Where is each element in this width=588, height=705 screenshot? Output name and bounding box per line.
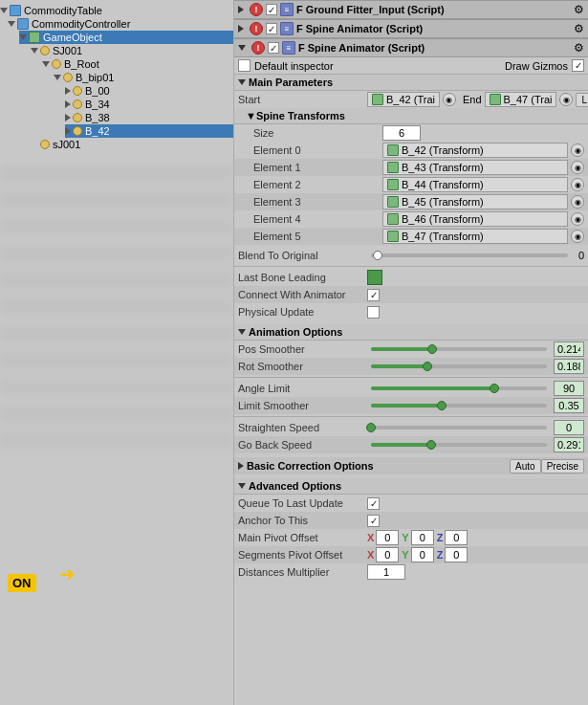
default-inspector-checkbox[interactable] [238,59,250,72]
blend-slider[interactable] [371,253,568,257]
tree-item-sj001[interactable]: SJ001 [31,44,233,57]
blend-thumb[interactable] [373,251,382,260]
rot-smoother-slider[interactable] [371,364,547,368]
go-back-speed-thumb[interactable] [426,440,436,450]
limit-smoother-thumb[interactable] [437,401,446,410]
angle-limit-input[interactable] [554,381,584,396]
rot-smoother-input[interactable] [554,359,584,374]
default-inspector-label: Default inspector [254,60,334,72]
expand-arrow [0,8,8,13]
element-picker-5[interactable]: ◉ [571,230,584,243]
auto-button[interactable]: Auto [510,459,541,474]
pos-smoother-input[interactable] [554,341,584,357]
last-bone-checkbox[interactable] [367,270,382,285]
straighten-speed-slider[interactable] [371,426,547,430]
element-picker-3[interactable]: ◉ [571,195,584,209]
start-field[interactable]: B_42 (Trai [367,92,440,107]
queue-last-update-checkbox[interactable] [367,497,380,510]
element-row-1: Element 1 B_43 (Transform) ◉ [234,159,588,176]
straighten-speed-label: Straighten Speed [238,422,367,433]
component-enable-checkbox[interactable] [268,42,279,54]
blend-label: Blend To Original [238,250,367,261]
draw-gizmos-checkbox[interactable] [572,59,584,72]
tree-item-commodity-table[interactable]: CommodityTable [0,4,233,17]
main-pivot-z[interactable] [445,530,468,545]
segments-pivot-z[interactable] [445,547,468,562]
gear-icon[interactable]: ⚙ [574,22,584,35]
spine-transforms-header[interactable]: ▼ Spine Transforms [234,108,588,124]
tree-item-sj001b[interactable]: sJ001 [31,138,233,151]
anchor-to-this-checkbox[interactable] [367,515,380,527]
tree-item-commodity-controller[interactable]: CommodityController [8,17,233,31]
limit-smoother-slider[interactable] [371,404,547,408]
go-back-speed-input[interactable] [554,437,584,452]
advanced-options-header[interactable]: Advanced Options [234,478,588,495]
tree-item-b-00[interactable]: B_00 [65,84,233,98]
element-picker-2[interactable]: ◉ [571,178,584,191]
gear-icon[interactable]: ⚙ [574,41,584,55]
component-enable-checkbox[interactable] [266,4,277,15]
pos-smoother-thumb[interactable] [427,344,437,354]
tree-item-game-object[interactable]: GameObject [19,31,233,44]
element-field-5[interactable]: B_47 (Transform) [382,229,568,244]
blend-value: 0 [578,250,584,261]
tree-label: sJ001 [53,139,80,150]
component-enable-checkbox[interactable] [266,23,277,34]
expand-arrow [8,21,15,27]
gear-icon[interactable]: ⚙ [574,3,584,16]
element-picker-4[interactable]: ◉ [571,212,584,226]
precise-button[interactable]: Precise [541,459,584,474]
element-label-4: Element 4 [253,213,382,225]
end-picker-button[interactable]: ◉ [559,93,573,106]
straighten-speed-input[interactable] [554,420,584,435]
connect-animator-checkbox[interactable] [367,289,380,301]
tree-label: B_38 [85,112,110,123]
tree-item-b-root[interactable]: B_Root [42,57,233,71]
bone-icon [73,113,82,122]
pos-smoother-label: Pos Smoother [238,343,367,355]
distances-multiplier-row: Distances Multiplier [234,563,588,581]
element-value-col-2: B_44 (Transform) ◉ [382,177,584,192]
distances-multiplier-input[interactable] [367,564,405,580]
tree-label: GameObject [43,32,102,43]
element-picker-1[interactable]: ◉ [571,161,584,174]
component-row-ground-fitter[interactable]: ! ≡ F Ground Fitter_Input (Script) ⚙ [234,0,588,19]
element-row-4: Element 4 B_46 (Transform) ◉ [234,210,588,228]
element-field-4[interactable]: B_46 (Transform) [382,211,568,227]
tree-item-b-34[interactable]: B_34 [65,98,233,111]
pos-smoother-slider[interactable] [371,347,547,351]
go-back-speed-slider[interactable] [371,443,547,447]
straighten-speed-thumb[interactable] [366,423,376,432]
size-input[interactable] [382,125,421,141]
angle-limit-slider[interactable] [371,386,547,390]
element-field-3[interactable]: B_45 (Transform) [382,194,568,209]
animation-options-header[interactable]: Animation Options [234,324,588,341]
tree-item-b-38[interactable]: B_38 [65,111,233,124]
element-field-2[interactable]: B_44 (Transform) [382,177,568,192]
element-field-0[interactable]: B_42 (Transform) [382,143,568,158]
end-field[interactable]: B_47 (Trai [485,92,557,107]
l-button[interactable]: L [576,93,588,107]
segments-pivot-x[interactable] [376,547,399,562]
element-picker-0[interactable]: ◉ [571,143,584,157]
element-field-1[interactable]: B_43 (Transform) [382,160,568,175]
element-field-text-5: B_47 (Transform) [402,231,484,242]
element-field-text-0: B_42 (Transform) [402,144,484,156]
expand-arrow [65,100,71,108]
start-picker-button[interactable]: ◉ [443,93,456,106]
component-row-spine-animator-2[interactable]: ! ≡ F Spine Animator (Script) ⚙ [234,38,588,57]
component-title: F Spine Animator (Script) [298,42,425,54]
rot-smoother-thumb[interactable] [423,362,432,371]
component-title: F Ground Fitter_Input (Script) [296,4,445,15]
segments-pivot-y[interactable] [411,547,434,562]
tree-item-b-42[interactable]: B_42 [65,124,233,138]
physical-update-checkbox[interactable] [367,306,380,319]
main-parameters-header[interactable]: Main Parameters [234,75,588,91]
main-pivot-y[interactable] [411,530,434,545]
limit-smoother-input[interactable] [554,398,584,413]
component-row-spine-animator-1[interactable]: ! ≡ F Spine Animator (Script) ⚙ [234,19,588,38]
main-pivot-x[interactable] [376,530,399,545]
tree-item-b-bip01[interactable]: B_bip01 [54,71,233,84]
start-value-col: B_42 (Trai ◉ End B_47 (Trai ◉ L Get [367,92,588,107]
angle-limit-thumb[interactable] [490,384,499,393]
